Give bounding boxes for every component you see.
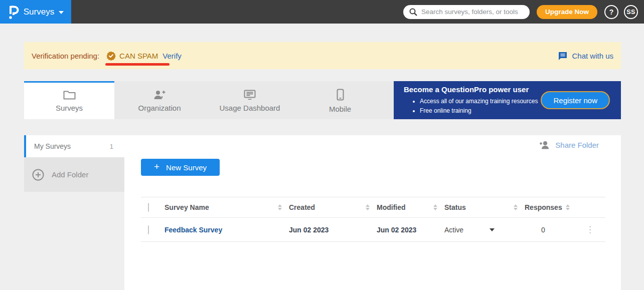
add-folder-label: Add Folder [52,170,88,179]
folder-icon [63,90,76,100]
share-folder-button[interactable]: Share Folder [539,141,599,149]
table-row: Feedback Survey Jun 02 2023 Jun 02 2023 … [141,218,605,242]
person-add-icon [153,90,167,100]
help-button[interactable]: ? [604,5,618,19]
top-bar: Surveys Upgrade Now ? SS [0,0,644,24]
surveys-panel: My Surveys 1 Add Folder Share F [24,135,621,290]
tab-label: Surveys [56,104,83,112]
table-header-row: Survey Name Created Modified Status Resp… [141,197,605,218]
promo-bullet-list: Access all of our amazing training resou… [420,97,541,115]
col-survey-name: Survey Name [165,203,209,211]
upgrade-now-button[interactable]: Upgrade Now [537,5,597,19]
promo-bullet: Free online training [420,106,541,116]
sidebar-item-my-surveys[interactable]: My Surveys 1 [24,135,124,157]
verify-link[interactable]: Verify [163,52,182,60]
power-user-promo-panel: Become a QuestionPro power user Access a… [394,81,621,119]
survey-list-area: Share Folder + New Survey Survey Name Cr… [124,135,621,290]
add-folder-button[interactable]: Add Folder [24,157,124,192]
verified-seal-icon [106,51,116,61]
tab-usage-dashboard[interactable]: Usage Dashboard [205,81,295,119]
chat-bubble-icon [558,52,567,60]
tab-label: Mobile [329,105,351,113]
search-icon [409,8,417,16]
person-add-icon [539,141,550,149]
sort-icon[interactable] [433,204,437,210]
col-modified: Modified [377,203,406,211]
module-tab-strip: Surveys Organization Usage Dashboard [24,81,621,119]
col-status: Status [444,203,466,211]
share-folder-label: Share Folder [555,141,599,149]
tab-label: Organization [138,104,181,112]
user-avatar[interactable]: SS [624,5,638,19]
sort-icon[interactable] [278,204,282,210]
verification-pending-label: Verification pending: [32,52,99,60]
promo-bullet: Access all of our amazing training resou… [420,97,541,106]
sort-icon[interactable] [566,204,570,210]
verification-banner: Verification pending: CAN SPAM Verify Ch… [24,42,621,69]
app-label: Surveys [24,7,54,17]
kebab-menu-icon[interactable]: ⋮ [586,225,594,234]
circle-plus-icon [32,169,44,181]
sort-icon[interactable] [514,204,518,210]
tab-surveys[interactable]: Surveys [24,81,114,119]
plus-icon: + [154,161,159,172]
chevron-down-icon [59,11,64,14]
promo-title: Become a QuestionPro power user [404,85,541,94]
can-spam-label: CAN SPAM [119,52,158,60]
my-surveys-label: My Surveys [34,142,71,150]
sidebar-empty-area [24,192,124,290]
tab-organization[interactable]: Organization [114,81,205,119]
row-checkbox[interactable] [148,225,149,234]
questionpro-logo-icon [8,5,19,20]
col-responses: Responses [525,203,562,211]
surveys-table: Survey Name Created Modified Status Resp… [141,197,605,242]
status-dropdown-caret[interactable] [490,228,495,231]
new-survey-label: New Survey [166,163,207,172]
app-switcher[interactable]: Surveys [0,0,71,24]
status-value: Active [444,226,463,234]
chat-with-us-link[interactable]: Chat with us [558,52,613,60]
created-date: Jun 02 2023 [289,226,329,234]
my-surveys-count: 1 [110,143,113,150]
dashboard-icon [244,90,256,100]
register-now-button[interactable]: Register now [541,91,610,109]
tab-mobile[interactable]: Mobile [295,81,385,119]
sort-icon[interactable] [366,204,370,210]
new-survey-button[interactable]: + New Survey [141,159,220,176]
search-input[interactable] [421,8,524,16]
responses-count: 0 [525,226,562,234]
select-all-checkbox[interactable] [148,203,149,212]
tab-label: Usage Dashboard [220,104,280,112]
chat-with-us-label: Chat with us [572,52,613,60]
red-highlight-underline [105,63,170,66]
col-created: Created [289,203,315,211]
global-search [403,5,530,19]
tab-strip-filler [385,81,394,119]
folders-sidebar: My Surveys 1 Add Folder [24,135,124,290]
mobile-icon [337,89,344,101]
modified-date: Jun 02 2023 [377,226,416,234]
survey-name-link[interactable]: Feedback Survey [165,226,222,234]
